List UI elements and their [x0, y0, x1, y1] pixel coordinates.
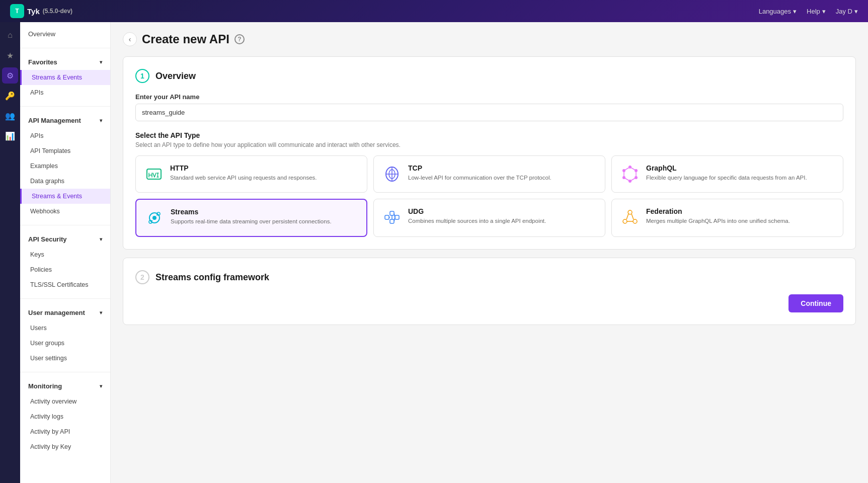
favorites-chevron: ▾ [100, 59, 102, 65]
streams-card-text: Streams Supports real-time data streamin… [171, 208, 332, 225]
sidebar-api-management-section: API Management ▾ APIs API Templates Exam… [20, 109, 110, 223]
graphql-card-text: GraphQL Flexible query language for spec… [646, 164, 807, 182]
sidebar-item-api-templates[interactable]: API Templates [20, 143, 110, 158]
udg-card-desc: Combines multiple sources into a single … [408, 217, 546, 225]
sidebar-item-user-settings[interactable]: User settings [20, 351, 110, 366]
user-chevron: ▾ [854, 8, 858, 15]
sidebar-item-users[interactable]: Users [20, 320, 110, 336]
topbar-left: T Tyk (5.5.0-dev) [10, 4, 72, 18]
sidebar-divider-3 [20, 225, 110, 225]
sidebar-item-overview[interactable]: Overview [20, 26, 110, 42]
sidebar-favorites-section: Favorites ▾ Streams & Events APIs [20, 50, 110, 104]
step1-header: 1 Overview [135, 69, 843, 83]
home-icon[interactable]: ⌂ [2, 27, 18, 43]
http-card-text: HTTP Standard web service API using requ… [170, 164, 317, 182]
sidebar-item-webhooks[interactable]: Webhooks [20, 204, 110, 219]
svg-point-18 [152, 216, 156, 220]
api-name-input[interactable] [135, 104, 843, 121]
api-type-subtitle: Select an API type to define how your ap… [135, 141, 843, 148]
api-card-tcp[interactable]: TCP Low-level API for communication over… [373, 155, 605, 193]
tyk-logo: T Tyk (5.5.0-dev) [10, 4, 72, 18]
sidebar-item-data-graphs[interactable]: Data graphs [20, 174, 110, 189]
step2-header: 2 Streams config framework [135, 270, 843, 284]
languages-menu[interactable]: Languages ▾ [759, 8, 797, 15]
sidebar-item-activity-by-api[interactable]: Activity by API [20, 424, 110, 439]
topbar: T Tyk (5.5.0-dev) Languages ▾ Help ▾ Jay… [0, 0, 868, 22]
api-name-group: Enter your API name [135, 93, 843, 121]
api-type-section: Select the API Type Select an API type t… [135, 131, 843, 237]
sidebar-item-tls-ssl[interactable]: TLS/SSL Certificates [20, 277, 110, 292]
key-icon[interactable]: 🔑 [2, 88, 18, 104]
sidebar-divider-2 [20, 106, 110, 107]
sidebar-favorites-header[interactable]: Favorites ▾ [20, 54, 110, 70]
svg-line-28 [394, 213, 395, 217]
page-header: ‹ Create new API ? [123, 32, 856, 46]
sidebar-item-user-groups[interactable]: User groups [20, 336, 110, 351]
graphql-card-desc: Flexible query language for specific dat… [646, 174, 807, 182]
svg-line-14 [624, 178, 630, 181]
help-chevron: ▾ [822, 8, 826, 15]
sidebar-divider-4 [20, 298, 110, 299]
tcp-card-text: TCP Low-level API for communication over… [408, 164, 551, 182]
continue-button[interactable]: Continue [788, 294, 843, 312]
udg-card-name: UDG [408, 207, 546, 215]
user-menu[interactable]: Jay D ▾ [836, 8, 858, 15]
federation-icon [620, 207, 640, 227]
sidebar-nav: Overview Favorites ▾ Streams & Events AP… [20, 22, 111, 483]
help-menu[interactable]: Help ▾ [807, 8, 826, 15]
svg-point-31 [628, 210, 632, 214]
step1-card: 1 Overview Enter your API name Select th… [123, 56, 856, 250]
api-security-chevron: ▾ [100, 236, 102, 242]
sidebar-item-activity-logs[interactable]: Activity logs [20, 409, 110, 424]
monitor-icon[interactable]: 📊 [2, 128, 18, 144]
sidebar-item-apis-fav[interactable]: APIs [20, 85, 110, 100]
sidebar-item-apis[interactable]: APIs [20, 128, 110, 143]
sidebar-item-streams-events[interactable]: Streams & Events [20, 189, 110, 204]
sidebar-api-security-header[interactable]: API Security ▾ [20, 231, 110, 247]
graphql-icon [620, 164, 640, 184]
svg-point-33 [633, 219, 637, 223]
help-label: Help [807, 8, 820, 15]
languages-chevron: ▾ [793, 8, 797, 15]
sidebar-item-keys[interactable]: Keys [20, 247, 110, 262]
settings-icon[interactable]: ⚙ [2, 67, 18, 84]
svg-rect-24 [390, 211, 394, 215]
monitoring-chevron: ▾ [100, 383, 102, 389]
svg-rect-25 [390, 219, 394, 223]
users-icon[interactable]: 👥 [2, 108, 18, 124]
svg-line-29 [394, 217, 395, 221]
svg-line-16 [624, 167, 630, 171]
sidebar-divider-1 [20, 48, 110, 48]
back-button[interactable]: ‹ [123, 32, 137, 46]
sidebar-monitoring-header[interactable]: Monitoring ▾ [20, 378, 110, 394]
sidebar-icons: ⌂ ★ ⚙ 🔑 👥 📊 [0, 22, 20, 483]
languages-label: Languages [759, 8, 791, 15]
svg-line-35 [632, 214, 634, 219]
api-card-http[interactable]: HTTP Standard web service API using requ… [135, 155, 367, 193]
sidebar-item-policies[interactable]: Policies [20, 262, 110, 277]
api-type-grid: HTTP Standard web service API using requ… [135, 155, 843, 237]
help-icon[interactable]: ? [234, 34, 245, 44]
svg-line-13 [630, 178, 636, 181]
sidebar-user-management-header[interactable]: User management ▾ [20, 305, 110, 320]
sidebar-item-activity-by-key[interactable]: Activity by Key [20, 439, 110, 454]
api-card-federation[interactable]: Federation Merges multiple GraphQL APIs … [611, 199, 843, 237]
svg-line-34 [626, 214, 628, 219]
streams-card-desc: Supports real-time data streaming over p… [171, 217, 332, 225]
api-card-streams[interactable]: Streams Supports real-time data streamin… [135, 199, 367, 237]
sidebar-item-examples[interactable]: Examples [20, 158, 110, 174]
tcp-icon [382, 164, 402, 184]
api-card-udg[interactable]: UDG Combines multiple sources into a sin… [373, 199, 605, 237]
federation-card-text: Federation Merges multiple GraphQL APIs … [646, 207, 790, 225]
udg-card-text: UDG Combines multiple sources into a sin… [408, 207, 546, 225]
api-card-graphql[interactable]: GraphQL Flexible query language for spec… [611, 155, 843, 193]
sidebar-item-streams-events-fav[interactable]: Streams & Events [20, 70, 110, 85]
tcp-card-desc: Low-level API for communication over the… [408, 174, 551, 182]
sidebar-user-management-section: User management ▾ Users User groups User… [20, 301, 110, 370]
sidebar-item-activity-overview[interactable]: Activity overview [20, 394, 110, 409]
sidebar-api-management-header[interactable]: API Management ▾ [20, 113, 110, 128]
step2-title: Streams config framework [155, 272, 269, 283]
content: ‹ Create new API ? 1 Overview Enter your… [111, 22, 868, 483]
star-icon[interactable]: ★ [2, 47, 18, 63]
topbar-right: Languages ▾ Help ▾ Jay D ▾ [759, 8, 858, 15]
